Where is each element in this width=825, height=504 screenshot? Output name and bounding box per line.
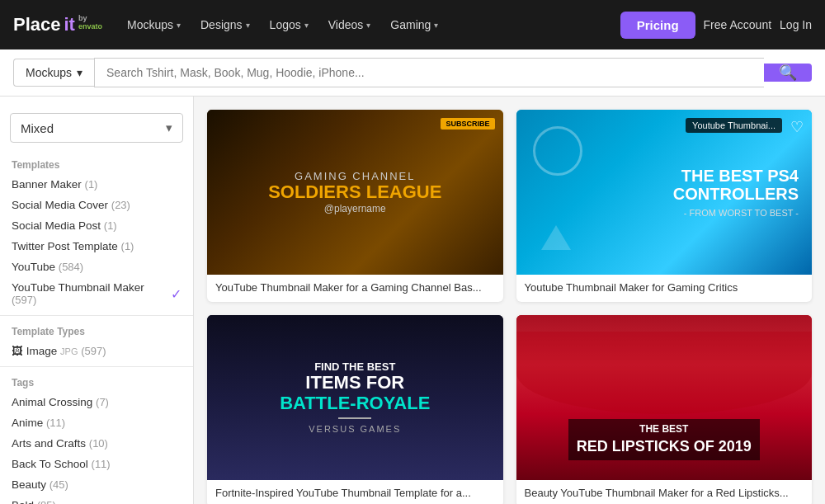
search-category-dropdown[interactable]: Mockups ▾ [13,59,94,87]
gaming-title-text: SOLDIERS LEAGUE [268,182,441,202]
sidebar-item-label: Bold (85) [12,499,56,504]
card-caption-gaming: YouTube Thumbnail Maker for a Gaming Cha… [207,275,503,302]
gaming-channel-text: Gaming Channel [268,170,441,182]
sidebar-item-label: Beauty (45) [12,478,68,491]
sidebar-item-anime[interactable]: Anime (11) [0,412,193,433]
sidebar-item-arts-and-crafts[interactable]: Arts and Crafts (10) [0,433,193,454]
sidebar-item-label: Twitter Post Template (1) [12,240,134,252]
sidebar-item-label: 🖼 Image JPG (597) [12,345,106,357]
chevron-down-icon: ▾ [77,66,82,79]
sidebar-item-youtube-thumbnail-maker[interactable]: YouTube Thumbnail Maker (597) ✓ [0,277,193,310]
chevron-down-icon: ▾ [304,21,309,30]
sidebar-item-label: Anime (11) [12,417,65,429]
main-nav: Mockups ▾ Designs ▾ Logos ▾ Videos ▾ Gam… [119,12,604,38]
sidebar-item-label: Banner Maker (1) [12,178,97,191]
sidebar-section-template-types: Template Types [0,321,193,341]
card-gaming[interactable]: Gaming Channel SOLDIERS LEAGUE @playerna… [207,110,503,302]
card-caption-lipstick: Beauty YouTube Thumbnail Maker for a Red… [516,480,813,504]
image-icon: 🖼 [12,345,26,357]
sidebar-item-image-jpg[interactable]: 🖼 Image JPG (597) [0,341,193,361]
card-caption-ps4: Youtube Thumbnail Maker for Gaming Criti… [516,275,813,302]
sidebar-item-social-media-cover[interactable]: Social Media Cover (23) [0,195,193,215]
divider [0,315,193,316]
gaming-sub-text: @playername [268,203,441,214]
cards-grid: Gaming Channel SOLDIERS LEAGUE @playerna… [207,110,812,504]
content-area: Gaming Channel SOLDIERS LEAGUE @playerna… [194,97,825,504]
sidebar-item-youtube[interactable]: YouTube (584) [0,257,193,277]
sidebar-item-social-media-post[interactable]: Social Media Post (1) [0,215,193,236]
card-thumbnail-gaming: Gaming Channel SOLDIERS LEAGUE @playerna… [207,110,503,275]
fortnite-text2: ITEMS FOR [280,373,430,393]
card-caption-fortnite: Fortnite-Inspired YouTube Thumbnail Temp… [207,480,503,504]
checkmark-icon: ✓ [171,286,182,302]
sidebar-item-label: Animal Crossing (7) [12,396,109,408]
card-fortnite[interactable]: FIND THE BEST ITEMS FOR BATTLE-ROYALE VE… [207,315,503,504]
sidebar-item-animal-crossing[interactable]: Animal Crossing (7) [0,392,193,412]
sidebar-section-tags: Tags [0,372,193,392]
tooltip-badge: Youtube Thumbnai... [686,118,782,133]
nav-designs[interactable]: Designs ▾ [192,12,258,38]
filter-dropdown[interactable]: Mixed ▾ [10,113,183,143]
search-icon: 🔍 [779,64,797,81]
fortnite-text4: VERSUS GAMES [280,424,430,434]
sidebar: Mixed ▾ Templates Banner Maker (1) Socia… [0,97,194,504]
nav-mockups[interactable]: Mockups ▾ [119,12,189,38]
card-image-fortnite: FIND THE BEST ITEMS FOR BATTLE-ROYALE VE… [207,315,503,480]
ps4-title: THE BEST PS4CONTROLLERS [673,167,799,203]
chevron-down-icon: ▾ [246,21,250,30]
card-thumbnail-lipstick: THE BEST RED LIPSTICKS OF 2019 [516,315,813,480]
card-image-lipstick: THE BEST RED LIPSTICKS OF 2019 [516,315,813,480]
card-image-gaming: Gaming Channel SOLDIERS LEAGUE @playerna… [207,110,503,275]
search-bar: Mockups ▾ 🔍 [0,49,825,97]
sidebar-item-banner-maker[interactable]: Banner Maker (1) [0,174,193,195]
sidebar-item-label: Social Media Cover (23) [12,199,130,211]
search-input[interactable] [95,59,764,87]
card-image-ps4: THE BEST PS4CONTROLLERS - FROM WORST TO … [516,110,813,275]
sidebar-item-label: Arts and Crafts (10) [12,437,108,450]
logo[interactable]: Placeit by envato [13,14,102,35]
header: Placeit by envato Mockups ▾ Designs ▾ Lo… [0,0,825,49]
logo-by: by [78,14,102,22]
header-right: Pricing Free Account Log In [620,12,812,39]
card-thumbnail-fortnite: FIND THE BEST ITEMS FOR BATTLE-ROYALE VE… [207,315,503,480]
login-button[interactable]: Log In [780,18,812,31]
card-lipstick[interactable]: THE BEST RED LIPSTICKS OF 2019 Beauty Yo… [516,315,813,504]
card-thumbnail-ps4: THE BEST PS4CONTROLLERS - FROM WORST TO … [516,110,813,275]
search-input-wrap [94,58,764,87]
logo-place: Place [13,14,61,35]
pricing-button[interactable]: Pricing [620,12,695,39]
ps4-subtitle: - FROM WORST TO BEST - [673,208,799,218]
logo-envato: envato [78,22,102,31]
sidebar-item-beauty[interactable]: Beauty (45) [0,474,193,495]
sidebar-item-bold[interactable]: Bold (85) [0,495,193,504]
sidebar-item-label: Back To School (11) [12,458,111,470]
chevron-down-icon: ▾ [177,21,181,30]
sidebar-item-label: YouTube (584) [12,261,83,273]
logo-subtitle: by envato [78,19,102,31]
heart-icon: ♡ [790,118,804,136]
nav-logos[interactable]: Logos ▾ [262,12,317,38]
free-account-button[interactable]: Free Account [704,18,772,31]
sidebar-item-back-to-school[interactable]: Back To School (11) [0,454,193,474]
sidebar-item-label: Social Media Post (1) [12,219,117,232]
fortnite-text1: FIND THE BEST [280,360,430,373]
nav-videos[interactable]: Videos ▾ [320,12,380,38]
chevron-down-icon: ▾ [366,21,370,30]
fortnite-text3: BATTLE-ROYALE [280,393,430,414]
lipstick-title: THE BEST RED LIPSTICKS OF 2019 [568,419,760,460]
nav-gaming[interactable]: Gaming ▾ [382,12,446,38]
sidebar-section-templates: Templates [0,154,193,174]
divider [0,366,193,367]
search-button[interactable]: 🔍 [764,64,812,82]
chevron-down-icon: ▾ [166,120,172,135]
filter-label: Mixed [21,121,54,135]
logo-it: it [64,14,75,35]
chevron-down-icon: ▾ [434,21,438,30]
sidebar-item-twitter-post-template[interactable]: Twitter Post Template (1) [0,236,193,257]
main-layout: Mixed ▾ Templates Banner Maker (1) Socia… [0,97,825,504]
search-category-label: Mockups [26,66,72,79]
card-ps4[interactable]: THE BEST PS4CONTROLLERS - FROM WORST TO … [516,110,813,302]
sidebar-item-label: YouTube Thumbnail Maker (597) [12,281,171,306]
